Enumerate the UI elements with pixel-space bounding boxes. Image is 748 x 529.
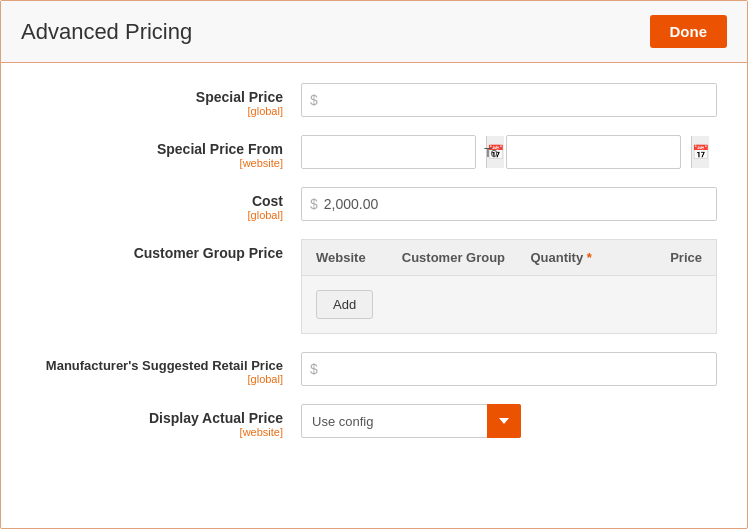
- special-price-row: Special Price [global] $: [31, 83, 717, 117]
- display-price-select[interactable]: Use config On Gesture In Cart Before Ord…: [301, 404, 521, 438]
- cost-dollar-sign: $: [310, 196, 318, 212]
- date-from-wrap: 📅: [301, 135, 476, 169]
- date-from-input[interactable]: [302, 145, 486, 160]
- cost-row: Cost [global] $: [31, 187, 717, 221]
- table-body: Add: [301, 275, 717, 334]
- date-range: 📅 To 📅: [301, 135, 717, 169]
- special-price-from-label: Special Price From [website]: [31, 135, 301, 169]
- calendar-to-button[interactable]: 📅: [691, 136, 709, 168]
- special-price-from-controls: 📅 To 📅: [301, 135, 717, 169]
- customer-group-table: Website Customer Group Quantity * Price …: [301, 239, 717, 334]
- msrp-label: Manufacturer's Suggested Retail Price [g…: [31, 352, 301, 385]
- cost-label: Cost [global]: [31, 187, 301, 221]
- col-website-header: Website: [316, 250, 402, 265]
- customer-group-price-label: Customer Group Price: [31, 239, 301, 261]
- msrp-row: Manufacturer's Suggested Retail Price [g…: [31, 352, 717, 386]
- display-actual-price-label: Display Actual Price [website]: [31, 404, 301, 438]
- col-qty-header: Quantity *: [530, 250, 616, 265]
- to-label: To: [484, 145, 498, 160]
- special-price-from-row: Special Price From [website] 📅 To: [31, 135, 717, 169]
- panel-body: Special Price [global] $ Special Price F…: [1, 63, 747, 486]
- advanced-pricing-panel: Advanced Pricing Done Special Price [glo…: [0, 0, 748, 529]
- display-actual-price-row: Display Actual Price [website] Use confi…: [31, 404, 717, 438]
- display-price-select-wrap: Use config On Gesture In Cart Before Ord…: [301, 404, 521, 438]
- special-price-input[interactable]: [324, 92, 708, 108]
- dollar-sign-icon: $: [310, 92, 318, 108]
- display-actual-price-control: Use config On Gesture In Cart Before Ord…: [301, 404, 717, 438]
- panel-title: Advanced Pricing: [21, 19, 192, 45]
- add-button[interactable]: Add: [316, 290, 373, 319]
- panel-header: Advanced Pricing Done: [1, 1, 747, 63]
- msrp-input-wrap: $: [301, 352, 717, 386]
- calendar-to-icon: 📅: [692, 144, 709, 160]
- col-group-header: Customer Group: [402, 250, 531, 265]
- date-to-input[interactable]: [507, 145, 691, 160]
- cost-dollar-wrap: $: [301, 187, 717, 221]
- table-header: Website Customer Group Quantity * Price: [301, 239, 717, 275]
- special-price-input-wrap: $: [301, 83, 717, 117]
- customer-group-price-section: Website Customer Group Quantity * Price …: [301, 239, 717, 334]
- customer-group-price-row: Customer Group Price Website Customer Gr…: [31, 239, 717, 334]
- col-price-header: Price: [616, 250, 702, 265]
- done-button[interactable]: Done: [650, 15, 728, 48]
- required-star: *: [587, 250, 592, 265]
- date-to-wrap: 📅: [506, 135, 681, 169]
- special-price-dollar-wrap: $: [301, 83, 717, 117]
- special-price-label: Special Price [global]: [31, 83, 301, 117]
- cost-input-wrap: $: [301, 187, 717, 221]
- msrp-input[interactable]: [324, 361, 708, 377]
- msrp-dollar-sign: $: [310, 361, 318, 377]
- msrp-dollar-wrap: $: [301, 352, 717, 386]
- cost-input[interactable]: [324, 196, 708, 212]
